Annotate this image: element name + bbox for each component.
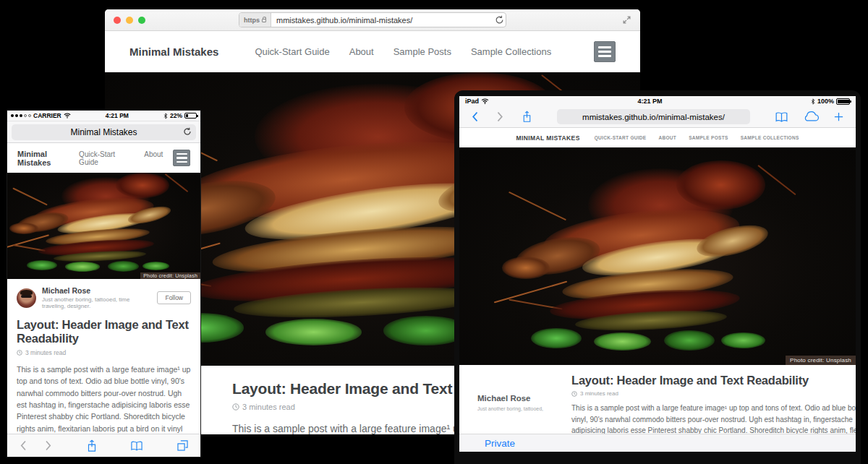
ipad-status-bar: iPad 4:21 PM 100% <box>459 96 856 106</box>
site-title-link[interactable]: Minimal Mistakes <box>17 150 79 167</box>
feature-image: Photo credit: Unsplash <box>459 147 856 365</box>
nav-link-sample-posts[interactable]: SAMPLE POSTS <box>689 135 728 140</box>
status-time: 4:21 PM <box>489 98 811 105</box>
ipad-screen: iPad 4:21 PM 100% <box>459 96 856 452</box>
leaves-photo <box>7 173 200 279</box>
article-title: Layout: Header Image and Text Readabilit… <box>17 318 191 345</box>
browser-titlebar: https mmistakes.github.io/minimal-mistak… <box>105 9 640 31</box>
clock-icon <box>571 391 577 397</box>
status-time: 4:21 PM <box>71 112 163 119</box>
back-icon[interactable] <box>471 111 479 122</box>
new-tab-icon[interactable] <box>833 111 844 122</box>
feature-image: Photo credit: Unsplash <box>7 173 200 279</box>
iphone-screen: CARRIER 4:21 PM 22% Minimal Mistakes Min… <box>7 111 200 457</box>
back-icon[interactable] <box>19 440 27 451</box>
nav-link-quick-start[interactable]: QUICK-START GUIDE <box>595 135 647 140</box>
nav-link-sample-collections[interactable]: Sample Collections <box>471 46 551 57</box>
author-tagline: Just another boring, tattooed, time trav… <box>42 296 151 309</box>
battery-icon <box>836 98 850 105</box>
nav-link-sample-collections[interactable]: SAMPLE COLLECTIONS <box>741 135 799 140</box>
minimize-window-icon[interactable] <box>126 17 133 24</box>
author-name: Michael Rose <box>477 394 556 403</box>
article-body: Michael Rose Just another boring, tattoo… <box>459 365 856 434</box>
wifi-icon <box>64 113 71 119</box>
ipad-address-field[interactable]: mmistakes.github.io/minimal-mistakes/ <box>557 109 750 124</box>
signal-strength-icon <box>11 114 31 117</box>
wifi-icon <box>481 98 489 104</box>
author-sidebar: Michael Rose Just another boring, tattoo… <box>477 374 556 434</box>
site-masthead-mobile: Minimal Mistakes Quick-Start Guide About <box>7 143 200 173</box>
nav-link-about[interactable]: About <box>144 150 163 166</box>
read-time: 3 minutes read <box>571 390 856 397</box>
battery-icon <box>184 113 197 119</box>
follow-button[interactable]: Follow <box>157 291 191 304</box>
private-label[interactable]: Private <box>485 438 515 449</box>
nav-link-about[interactable]: ABOUT <box>659 135 677 140</box>
iphone-status-bar: CARRIER 4:21 PM 22% <box>7 111 200 121</box>
battery-percent: 22% <box>170 112 182 119</box>
photo-credit-badge: Photo credit: Unsplash <box>786 356 856 365</box>
iphone-url-bar: Minimal Mistakes <box>7 121 200 143</box>
bookmarks-icon[interactable] <box>130 440 143 452</box>
address-bar[interactable]: https mmistakes.github.io/minimal-mistak… <box>239 12 506 27</box>
menu-toggle-button[interactable] <box>594 41 616 62</box>
author-tagline: Just another boring, tattooed, <box>477 406 556 411</box>
forward-icon[interactable] <box>496 111 504 122</box>
read-time: 3 minutes read <box>17 349 191 356</box>
refresh-icon[interactable] <box>183 127 192 136</box>
site-title-link[interactable]: Minimal Mistakes <box>129 46 218 58</box>
article-paragraph: This is a sample post with a large featu… <box>17 364 191 434</box>
site-title-link[interactable]: MINIMAL MISTAKES <box>516 134 579 142</box>
leaves-photo <box>499 160 816 365</box>
carrier-label: CARRIER <box>33 112 61 119</box>
refresh-icon[interactable] <box>495 15 506 25</box>
tabs-icon[interactable] <box>176 439 189 452</box>
author-row: Michael Rose Just another boring, tattoo… <box>17 286 191 309</box>
private-browsing-bar: Private <box>459 434 856 452</box>
nav-link-quick-start[interactable]: Quick-Start Guide <box>79 150 131 166</box>
site-nav-links: Quick-Start Guide About Sample Posts Sam… <box>255 46 551 57</box>
menu-toggle-button[interactable] <box>173 150 190 166</box>
https-label: https <box>244 17 260 24</box>
url-text[interactable]: mmistakes.github.io/minimal-mistakes/ <box>271 16 495 25</box>
bluetooth-icon <box>163 113 168 119</box>
article-paragraph: This is a sample post with a large featu… <box>571 403 856 434</box>
safari-toolbar: mmistakes.github.io/minimal-mistakes/ <box>459 106 856 128</box>
safari-bottom-toolbar <box>7 434 200 457</box>
window-controls[interactable] <box>114 17 145 24</box>
article-title: Layout: Header Image and Text Readabilit… <box>571 374 856 387</box>
site-masthead-tablet: MINIMAL MISTAKES QUICK-START GUIDE ABOUT… <box>459 128 856 147</box>
author-avatar <box>17 288 36 308</box>
fullscreen-icon[interactable] <box>622 15 631 25</box>
clock-icon <box>17 350 22 356</box>
https-badge: https <box>239 13 271 27</box>
battery-percent: 100% <box>817 98 834 105</box>
share-icon[interactable] <box>86 439 98 452</box>
bluetooth-icon <box>811 98 815 105</box>
nav-link-about[interactable]: About <box>349 46 374 57</box>
site-masthead: Minimal Mistakes Quick-Start Guide About… <box>105 31 640 72</box>
device-label: iPad <box>465 98 479 105</box>
article-body: Michael Rose Just another boring, tattoo… <box>7 279 200 434</box>
nav-link-quick-start[interactable]: Quick-Start Guide <box>255 46 329 57</box>
close-window-icon[interactable] <box>114 17 121 24</box>
clock-icon <box>232 403 239 411</box>
bookmarks-icon[interactable] <box>775 111 788 123</box>
photo-credit-badge: Photo credit: Unsplash <box>140 272 200 279</box>
lock-icon <box>262 19 266 22</box>
cloud-tabs-icon[interactable] <box>803 111 819 122</box>
zoom-window-icon[interactable] <box>138 17 145 24</box>
nav-link-sample-posts[interactable]: Sample Posts <box>393 46 451 57</box>
share-icon[interactable] <box>522 111 532 123</box>
ipad-device: iPad 4:21 PM 100% <box>454 90 861 464</box>
author-name: Michael Rose <box>42 286 151 295</box>
forward-icon[interactable] <box>44 440 53 451</box>
iphone-address-field[interactable]: Minimal Mistakes <box>12 124 196 140</box>
